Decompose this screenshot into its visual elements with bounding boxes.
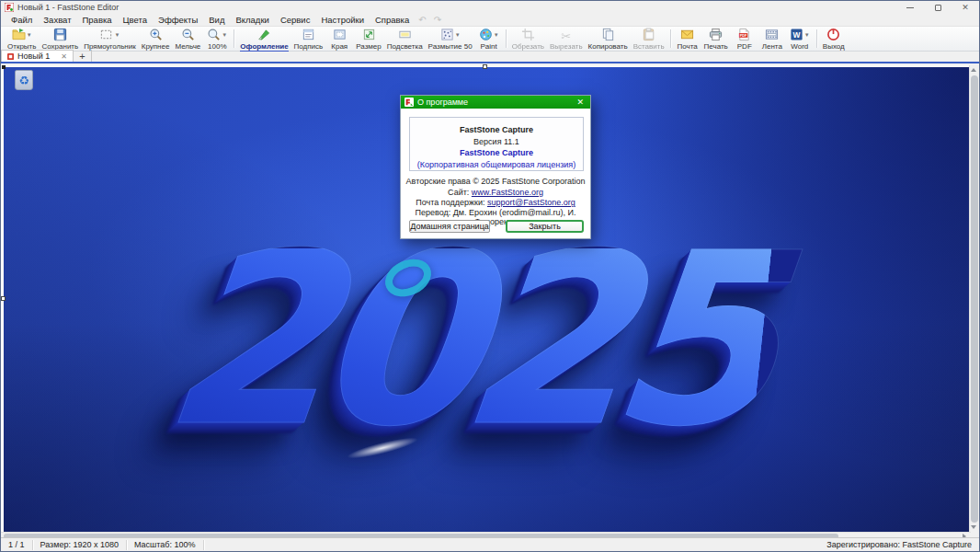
dialog-close-icon[interactable]: ✕ [574,98,587,107]
about-info-box: FastStone Capture Версия 11.1 FastStone … [409,117,584,171]
toolbar-button-zoom-in[interactable]: Крупнее [139,27,173,51]
toolbar-button-label: Размытие 50 [428,42,473,51]
toolbar-button-label: Word [791,42,808,51]
toolbar-button-label: 100% [208,42,226,51]
minimize-button[interactable] [896,1,924,14]
vertical-scrollbar-thumb[interactable] [971,75,978,523]
toolbar-button-zoom-out[interactable]: Мельче [172,27,203,51]
window-title: Новый 1 - FastStone Editor [17,3,119,12]
zoom-indicator: Масштаб: 100% [127,540,204,550]
menu-item-вид[interactable]: Вид [203,14,230,26]
menu-item-справка[interactable]: Справка [370,14,415,26]
license-name: FastStone Capture [410,147,583,159]
resize-handle-top-center[interactable] [483,64,487,69]
toolbar-button-word[interactable]: W▼Word [786,27,814,51]
menu-item-файл[interactable]: Файл [6,14,38,26]
dialog-app-icon [405,98,414,107]
toolbar-button-label: Мельче [175,42,200,51]
license-type: (Корпоративная общемировая лицензия) [410,159,583,171]
faststone-logo-icon [5,3,14,12]
main-toolbar: ▼ОткрытьСохранить▼ПрямоугольникКрупнееМе… [1,27,979,52]
redo-icon: ↷ [430,15,445,25]
undo-icon: ↶ [415,15,429,25]
toolbar-button-mail[interactable]: Почта [674,27,701,51]
support-line: Почта поддержки: support@FastStone.org [401,198,590,207]
dialog-title: О программе [417,98,574,107]
app-name: FastStone Capture [410,124,583,136]
toolbar-button-paint[interactable]: ▼Paint [475,27,503,51]
toolbar-button-label: Почта [677,42,697,51]
toolbar-button-highlight[interactable]: Подсветка [384,27,426,51]
support-link[interactable]: support@FastStone.org [487,198,575,207]
image-size-indicator: Размер: 1920 x 1080 [33,540,127,550]
resize-handle-left-middle[interactable] [1,296,6,301]
toolbar-button-exit[interactable]: Выход [820,27,848,51]
toolbar-button-label: Paint [481,42,497,51]
toolbar-button-rect-select[interactable]: ▼Прямоугольник [81,27,139,51]
tab-close-icon[interactable]: ✕ [61,52,67,61]
toolbar-button-label: Печать [704,42,728,51]
menu-item-правка[interactable]: Правка [77,14,118,26]
status-bar: 1 / 1 Размер: 1920 x 1080 Масштаб: 100% … [1,537,979,551]
svg-text:PDF: PDF [740,34,747,38]
toolbar-button-label: Вырезать [550,42,583,51]
dropdown-arrow-icon[interactable]: ▼ [27,32,32,38]
toolbar-button-zoom-100[interactable]: ▼100% [203,27,231,51]
site-link[interactable]: www.FastStone.org [472,188,543,197]
menu-item-эффекты[interactable]: Эффекты [153,14,203,26]
toolbar-separator [816,29,817,48]
toolbar-button-edge[interactable]: Края [325,27,353,51]
maximize-button[interactable] [924,1,952,14]
toolbar-separator [234,29,234,48]
tab-label: Новый 1 [17,52,50,61]
toolbar-button-draw[interactable]: Оформление [237,27,291,51]
menu-item-цвета[interactable]: Цвета [118,14,153,26]
dropdown-arrow-icon[interactable]: ▼ [804,32,810,38]
close-button[interactable]: ✕ [952,1,979,14]
toolbar-button-blur[interactable]: ▼Размытие 50 [426,27,475,51]
toolbar-button-pdf[interactable]: PDFPDF [731,27,758,51]
close-dialog-button[interactable]: Закрыть [506,220,584,233]
site-line: Сайт: www.FastStone.org [401,188,590,197]
dropdown-arrow-icon[interactable]: ▼ [455,32,461,38]
new-tab-button[interactable]: + [74,50,92,62]
title-bar: Новый 1 - FastStone Editor ✕ [1,1,979,14]
vertical-scrollbar[interactable] [969,65,978,532]
page-indicator: 1 / 1 [1,540,33,550]
toolbar-button-print[interactable]: Печать [701,27,731,51]
tab-new-1[interactable]: Новый 1 ✕ [1,50,74,62]
menu-item-сервис[interactable]: Сервис [275,14,316,26]
recycle-bin-icon: ♻ [12,70,36,95]
resize-handle-top-left[interactable] [2,65,6,69]
toolbar-button-label: Размер [356,42,382,51]
dialog-title-bar[interactable]: О программе ✕ [401,96,590,109]
toolbar-button-copy[interactable]: Копировать [586,27,631,51]
dropdown-arrow-icon[interactable]: ▼ [114,32,120,38]
toolbar-button-caption[interactable]: Подпись [291,27,326,51]
dropdown-arrow-icon[interactable]: ▼ [222,32,227,38]
toolbar-button-label: Копировать [588,42,628,51]
toolbar-button-crop: Обрезать [509,27,547,51]
menu-item-вкладки[interactable]: Вкладки [230,14,274,26]
scroll-up-arrow-icon[interactable] [971,68,976,72]
scroll-down-arrow-icon[interactable] [971,525,976,529]
toolbar-button-resize[interactable]: Размер [353,27,384,51]
tab-bar: Новый 1 ✕ + [1,52,979,63]
year-face-text: 2025 [158,248,771,432]
about-dialog: О программе ✕ FastStone Capture Версия 1… [400,95,591,239]
toolbar-separator [670,29,671,48]
toolbar-button-open-folder[interactable]: ▼Открыть [5,27,39,51]
dropdown-arrow-icon[interactable]: ▼ [494,32,499,38]
app-version: Версия 11.1 [410,136,583,148]
menu-item-захват[interactable]: Захват [38,14,76,26]
toolbar-button-scissors: ✂Вырезать [547,27,586,51]
home-page-button[interactable]: Домашняя страница [409,220,490,233]
menu-item-настройки[interactable]: Настройки [315,14,370,26]
tab-document-icon [7,53,14,60]
toolbar-button-label: Лента [762,42,782,51]
toolbar-button-save-floppy[interactable]: Сохранить [39,27,81,51]
year-2025-art: 2025 2025 [158,248,771,432]
toolbar-button-ribbon[interactable]: Лента [758,27,786,51]
toolbar-button-paste: Вставить [631,27,667,51]
toolbar-button-label: PDF [737,42,752,51]
